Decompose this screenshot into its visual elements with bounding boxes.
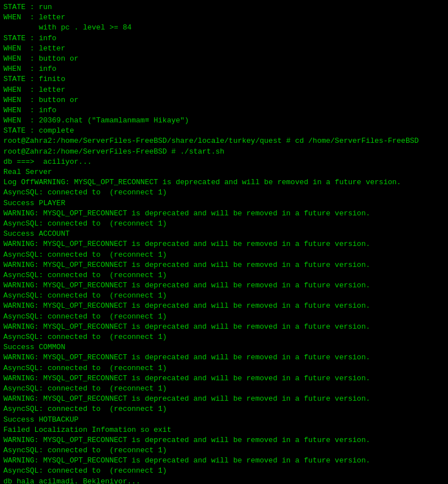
terminal-line: WHEN : 20369.chat ("Tamamlanmam≡ Hikaye"… xyxy=(3,116,445,126)
terminal-line: Success ACCOUNT xyxy=(3,229,445,239)
terminal-output: STATE : runWHEN : letter with pc . level… xyxy=(0,0,448,484)
terminal-line: AsyncSQL: connected to (reconnect 1) xyxy=(3,404,445,414)
terminal-line: with pc . level >= 84 xyxy=(3,23,445,33)
terminal-line: WARNING: MYSQL_OPT_RECONNECT is deprecat… xyxy=(3,373,445,384)
terminal-line: AsyncSQL: connected to (reconnect 1) xyxy=(3,188,445,198)
terminal-line: db ===> aciliyor... xyxy=(3,157,445,167)
terminal-line: WARNING: MYSQL_OPT_RECONNECT is deprecat… xyxy=(3,353,445,363)
terminal-line: AsyncSQL: connected to (reconnect 1) xyxy=(3,312,445,322)
terminal-line: Success COMMON xyxy=(3,342,445,353)
terminal-line: STATE : info xyxy=(3,33,445,44)
terminal-line: AsyncSQL: connected to (reconnect 1) xyxy=(3,445,445,456)
terminal-line: WHEN : button or xyxy=(3,95,445,105)
terminal-line: Success PLAYER xyxy=(3,198,445,209)
terminal-line: AsyncSQL: connected to (reconnect 1) xyxy=(3,291,445,301)
terminal-line: WARNING: MYSQL_OPT_RECONNECT is deprecat… xyxy=(3,456,445,466)
terminal-line: WARNING: MYSQL_OPT_RECONNECT is deprecat… xyxy=(3,322,445,332)
terminal-line: STATE : finito xyxy=(3,74,445,84)
terminal-line: WHEN : info xyxy=(3,105,445,116)
terminal-line: Success HOTBACKUP xyxy=(3,415,445,425)
terminal-line: AsyncSQL: connected to (reconnect 1) xyxy=(3,332,445,342)
terminal-line: AsyncSQL: connected to (reconnect 1) xyxy=(3,363,445,373)
terminal-line: STATE : run xyxy=(3,2,445,12)
terminal-line: STATE : complete xyxy=(3,126,445,136)
terminal-line: db hala acilmadi. Bekleniyor... xyxy=(3,477,445,484)
terminal-line: WARNING: MYSQL_OPT_RECONNECT is deprecat… xyxy=(3,435,445,445)
terminal-line: Real Server xyxy=(3,167,445,177)
terminal-line: WHEN : letter xyxy=(3,85,445,95)
terminal-line: AsyncSQL: connected to (reconnect 1) xyxy=(3,466,445,476)
terminal-line: WARNING: MYSQL_OPT_RECONNECT is deprecat… xyxy=(3,301,445,311)
terminal-line: AsyncSQL: connected to (reconnect 1) xyxy=(3,219,445,229)
terminal-line: Failed Localization Infomation so exit xyxy=(3,425,445,435)
terminal-line: WHEN : button or xyxy=(3,54,445,64)
terminal-line: WHEN : letter xyxy=(3,44,445,54)
terminal-line: AsyncSQL: connected to (reconnect 1) xyxy=(3,250,445,260)
terminal-line: WARNING: MYSQL_OPT_RECONNECT is deprecat… xyxy=(3,394,445,404)
terminal-line: WARNING: MYSQL_OPT_RECONNECT is deprecat… xyxy=(3,281,445,291)
terminal-line: WARNING: MYSQL_OPT_RECONNECT is deprecat… xyxy=(3,239,445,249)
terminal-line: WARNING: MYSQL_OPT_RECONNECT is deprecat… xyxy=(3,260,445,270)
terminal-line: AsyncSQL: connected to (reconnect 1) xyxy=(3,270,445,281)
terminal-line: WHEN : info xyxy=(3,64,445,74)
terminal-line: Log OffWARNING: MYSQL_OPT_RECONNECT is d… xyxy=(3,177,445,188)
terminal-line: root@Zahra2:/home/ServerFiles-FreeBSD/sh… xyxy=(3,136,445,146)
terminal-line: WHEN : letter xyxy=(3,12,445,23)
terminal-line: WARNING: MYSQL_OPT_RECONNECT is deprecat… xyxy=(3,209,445,219)
terminal-line: AsyncSQL: connected to (reconnect 1) xyxy=(3,384,445,394)
terminal-line: root@Zahra2:/home/ServerFiles-FreeBSD # … xyxy=(3,147,445,157)
